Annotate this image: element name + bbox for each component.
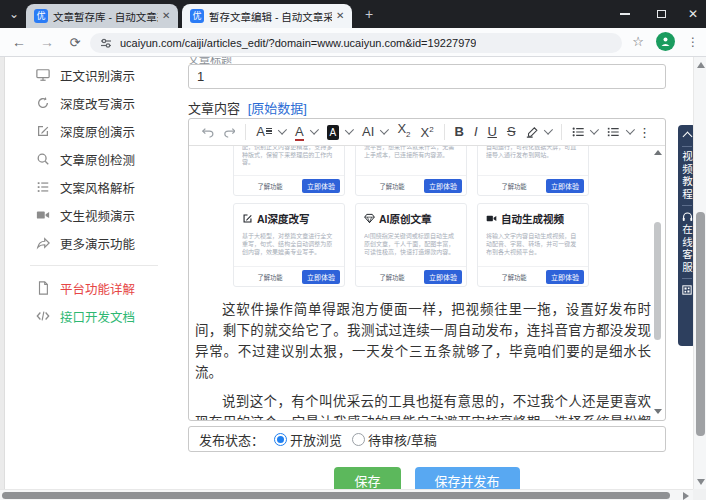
edit-pen-icon bbox=[36, 124, 50, 138]
collapse-up-icon[interactable] bbox=[682, 132, 692, 142]
font-style-button[interactable]: A bbox=[256, 119, 272, 145]
try-now-button[interactable]: 立即体验 bbox=[302, 270, 340, 284]
window-minimize-button[interactable] bbox=[610, 6, 640, 22]
card-description: 覆盖头条、微信、知乎、百家等主流平台，想采什么就采什么，无需上手成本，已连接所有… bbox=[364, 146, 458, 158]
panel-divider bbox=[682, 205, 692, 206]
tab-search-icon[interactable]: ⌄ bbox=[6, 7, 22, 23]
tab-title: 文章暂存库 - 自动文章采集器 bbox=[53, 9, 158, 24]
learn-more-link[interactable]: 了解功能 bbox=[485, 181, 543, 190]
undo-icon[interactable] bbox=[202, 126, 214, 138]
browser-tab-active[interactable]: 优 暂存文章编辑 - 自动文章采集器 ✕ bbox=[182, 4, 352, 28]
sidebar-item-deep-original[interactable]: 深度原创演示 bbox=[6, 117, 182, 145]
profile-avatar[interactable] bbox=[656, 32, 675, 51]
bold-button[interactable]: B bbox=[455, 119, 464, 145]
feature-card-auto-video: 自动生成视频 将输入文字内容自动生成视频，自动配音、字幕、转场，并可一键发布到各… bbox=[477, 203, 589, 287]
browser-tab-inactive[interactable]: 优 文章暂存库 - 自动文章采集器 ✕ bbox=[26, 4, 178, 28]
browser-menu-icon[interactable]: ⋮ bbox=[686, 33, 700, 51]
scroll-up-arrow-icon[interactable] bbox=[697, 62, 705, 68]
editor-content[interactable]: 基于大模型对特殊风格进行手动匹配，识别正文内容更精准，支持多种版式，保留下来整理… bbox=[189, 146, 665, 420]
strikethrough-button[interactable]: S bbox=[507, 119, 516, 145]
chevron-down-icon[interactable] bbox=[278, 125, 287, 134]
back-button[interactable]: ← bbox=[10, 34, 28, 52]
page-vertical-scrollbar[interactable] bbox=[693, 57, 706, 490]
feature-card: 基于大模型对特殊风格进行手动匹配，识别正文内容更精准，支持多种版式，保留下来整理… bbox=[233, 146, 345, 196]
favicon-icon: 优 bbox=[34, 9, 48, 23]
redo-icon[interactable] bbox=[224, 126, 236, 138]
forward-button[interactable]: → bbox=[38, 34, 56, 52]
sidebar-item-api-docs[interactable]: 接口开发文档 bbox=[6, 302, 182, 330]
chevron-down-icon[interactable] bbox=[309, 125, 318, 134]
tab-close-icon[interactable]: ✕ bbox=[336, 11, 346, 21]
sidebar-item-label: 深度原创演示 bbox=[60, 122, 135, 141]
superscript-button[interactable]: X2 bbox=[421, 118, 434, 147]
site-settings-icon[interactable] bbox=[100, 37, 112, 49]
learn-more-link[interactable]: 了解功能 bbox=[241, 272, 299, 281]
qr-code-icon[interactable] bbox=[682, 285, 692, 295]
page-scrollbar-thumb[interactable] bbox=[696, 212, 705, 436]
try-now-button[interactable]: 立即体验 bbox=[424, 179, 462, 193]
radio-pending-draft[interactable] bbox=[352, 433, 365, 446]
try-now-button[interactable]: 立即体验 bbox=[424, 270, 462, 284]
new-tab-button[interactable]: + bbox=[362, 8, 376, 22]
try-now-button[interactable]: 立即体验 bbox=[546, 179, 584, 193]
chevron-down-icon[interactable] bbox=[544, 125, 553, 134]
scroll-down-arrow-icon[interactable] bbox=[654, 409, 662, 414]
sidebar-item-platform-features[interactable]: 平台功能详解 bbox=[6, 274, 182, 302]
scroll-up-arrow-icon[interactable] bbox=[654, 150, 662, 155]
background-color-button[interactable]: A bbox=[327, 125, 340, 140]
scroll-down-arrow-icon[interactable] bbox=[697, 479, 705, 485]
underline-button[interactable]: U bbox=[488, 119, 497, 145]
editor-scrollbar-thumb[interactable] bbox=[654, 222, 661, 340]
address-bar[interactable]: ucaiyun.com/caiji/articles_edit/?domain=… bbox=[90, 33, 622, 53]
sidebar-item-originality-check[interactable]: 文章原创检测 bbox=[6, 145, 182, 173]
article-title-input[interactable] bbox=[188, 64, 666, 89]
sidebar-item-style-analysis[interactable]: 文案风格解析 bbox=[6, 173, 182, 201]
panel-divider bbox=[682, 278, 692, 279]
subscript-button[interactable]: X2 bbox=[397, 118, 410, 148]
bullet-list-icon[interactable] bbox=[572, 126, 585, 138]
save-and-publish-button[interactable]: 保存并发布 bbox=[415, 467, 520, 489]
monitor-icon bbox=[36, 68, 50, 82]
italic-button[interactable]: I bbox=[474, 119, 478, 145]
learn-more-link[interactable]: 了解功能 bbox=[363, 272, 421, 281]
radio-open-browse[interactable] bbox=[274, 433, 287, 446]
chevron-down-icon[interactable] bbox=[345, 125, 354, 134]
window-maximize-button[interactable] bbox=[646, 6, 676, 22]
try-now-button[interactable]: 立即体验 bbox=[302, 179, 340, 193]
bookmark-star-icon[interactable]: ☆ bbox=[630, 34, 646, 50]
sidebar-item-content-recognition[interactable]: 正文识别演示 bbox=[6, 61, 182, 89]
sidebar-item-text-to-video[interactable]: 文生视频演示 bbox=[6, 201, 182, 229]
card-description: 基于大模型，对整篇文章进行全文重写，句式、结构全自动调整为原创内容，效果媲美专业… bbox=[242, 232, 336, 255]
reload-button[interactable]: ⟳ bbox=[66, 34, 84, 52]
chevron-down-icon[interactable] bbox=[590, 125, 599, 134]
radio-open-browse-label[interactable]: 开放浏览 bbox=[290, 430, 342, 449]
horizontal-scrollbar-thumb[interactable] bbox=[2, 492, 670, 499]
article-edit-form: 文章标题 文章内容 [原始数据] A A A AI X2 X2 B I U S bbox=[188, 57, 666, 489]
edit-pen-icon bbox=[242, 213, 253, 224]
highlighter-icon[interactable] bbox=[526, 125, 539, 139]
feature-card-ai-article: AI原创文章 AI围绕指定关键词或标题自动生成原创文章，千人千面，配图丰富，可读… bbox=[355, 203, 467, 287]
scroll-right-arrow-icon[interactable] bbox=[683, 492, 689, 500]
numbered-list-icon[interactable] bbox=[607, 126, 620, 138]
save-button[interactable]: 保存 bbox=[334, 467, 400, 489]
sidebar-item-more-demos[interactable]: 更多演示功能 bbox=[6, 229, 182, 257]
radio-pending-draft-label[interactable]: 待审核/草稿 bbox=[368, 430, 437, 449]
original-data-link[interactable]: [原始数据] bbox=[248, 101, 307, 116]
page-horizontal-scrollbar[interactable] bbox=[0, 489, 693, 500]
learn-more-link[interactable]: 了解功能 bbox=[363, 181, 421, 190]
learn-more-link[interactable]: 了解功能 bbox=[241, 181, 299, 190]
scrollbar-corner bbox=[693, 489, 706, 500]
card-description: 基于大模型对特殊风格进行手动匹配，识别正文内容更精准，支持多种版式，保留下来整理… bbox=[242, 146, 336, 166]
try-now-button[interactable]: 立即体验 bbox=[546, 270, 584, 284]
chevron-down-icon[interactable] bbox=[626, 125, 635, 134]
toolbar-more-icon[interactable]: ⋮ bbox=[638, 125, 651, 140]
chevron-down-icon[interactable] bbox=[380, 125, 389, 134]
ai-tools-button[interactable]: AI bbox=[362, 119, 374, 145]
sidebar-item-deep-rewrite[interactable]: 深度改写演示 bbox=[6, 89, 182, 117]
tab-close-icon[interactable]: ✕ bbox=[162, 11, 172, 21]
learn-more-link[interactable]: 了解功能 bbox=[485, 272, 543, 281]
editor-scrollbar[interactable] bbox=[653, 148, 663, 418]
sidebar-item-label: 正文识别演示 bbox=[60, 66, 135, 85]
window-close-button[interactable]: ✕ bbox=[678, 6, 706, 22]
font-color-button[interactable]: A bbox=[295, 124, 304, 141]
